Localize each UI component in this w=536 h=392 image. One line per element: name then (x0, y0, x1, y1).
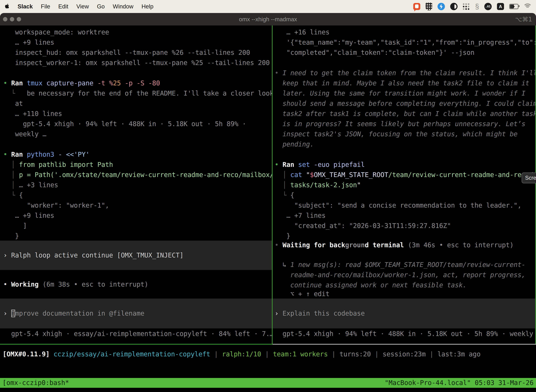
terminal-row: inspect_hud: omx sparkshell --tmux-pane … (3, 48, 272, 58)
window-shortcut-hint: ⌥⌘1 (515, 13, 532, 25)
left-terminal-pane[interactable]: workspace_mode: worktree … +9 lines insp… (0, 25, 272, 344)
pane-divider[interactable] (272, 25, 273, 345)
right-session-status: gpt-5.4 xhigh · 94% left · 488K in · 5.1… (275, 329, 536, 339)
terminal-row: … +16 lines (275, 27, 536, 37)
dots-grid-icon[interactable] (463, 3, 470, 10)
omx-status-line: [OMX#0.11.9] cczip/essay/ai-reimplementa… (3, 349, 536, 359)
terminal-row: ] (3, 221, 272, 231)
wifi-icon[interactable] (524, 4, 531, 9)
terminal-row: │ p = Path('.omx/state/team/review-curre… (3, 170, 272, 180)
terminal-row: } (3, 231, 272, 241)
terminal-row: ⌥ + ↑ edit (275, 289, 330, 299)
terminal-content: workspace_mode: worktree … +9 lines insp… (0, 25, 536, 392)
terminal-row: is in progress? It seems likely but perh… (275, 119, 536, 129)
left-pane-output: workspace_mode: worktree … +9 lines insp… (3, 27, 272, 241)
terminal-row: inspect task2's JSON, focusing on the st… (275, 129, 536, 139)
battery-icon[interactable] (509, 4, 518, 9)
right-edge-border (535, 25, 536, 345)
terminal-row (275, 149, 536, 160)
terminal-row: "completed","claim_token":"claim-token"}… (275, 48, 536, 58)
left-prompt-input[interactable]: › Improve documentation in @filename (0, 299, 272, 328)
window-title: omx --xhigh --madmax (0, 13, 536, 25)
edit-keyboard-hint: ⌥ + ↑ edit (275, 289, 330, 299)
terminal-row: should send a message before completing … (275, 98, 536, 109)
crescent-app-icon[interactable] (450, 3, 458, 10)
terminal-row: │ … +3 lines (3, 180, 272, 190)
waiting-status-line: • Waiting for background terminal (3m 46… (275, 240, 514, 250)
menu-item-go[interactable]: Go (97, 3, 105, 10)
terminal-row: at (3, 98, 272, 109)
right-terminal-pane[interactable]: … +16 lines '{"team_name":"my-team","tas… (273, 25, 536, 344)
tmux-host-clock: "MacBook-Pro-44.local" 05:03 31-Mar-26 (385, 378, 534, 388)
terminal-row: • Waiting for background terminal (3m 46… (275, 240, 514, 250)
terminal-row: workspace_mode: worktree (3, 27, 272, 37)
right-pane-output: … +16 lines '{"team_name":"my-team","tas… (275, 27, 536, 241)
terminal-row: └ { (275, 190, 536, 201)
terminal-row: │ cat "$OMX_TEAM_STATE_ROOT/team/review-… (275, 170, 536, 180)
terminal-row: } (275, 231, 536, 241)
squiggle-icon[interactable]: § (475, 3, 479, 10)
menu-item-view[interactable]: View (76, 3, 89, 10)
terminal-row: … +9 lines (3, 37, 272, 48)
menu-item-file[interactable]: File (41, 3, 50, 10)
input-source-icon[interactable]: A (497, 3, 504, 10)
shield-grid-icon[interactable] (426, 3, 432, 10)
terminal-row: "subject": "send a concise recommendatio… (275, 201, 536, 210)
terminal-row: ↳ 1 new msg(s): read $OMX_TEAM_STATE_ROO… (275, 260, 526, 270)
terminal-row: • Working (6m 38s • esc to interrupt) (3, 280, 148, 289)
tmux-status-bar: [omx-cczip0:bash* "MacBook-Pro-44.local"… (0, 378, 536, 388)
terminal-row: … +110 lines (3, 109, 272, 119)
terminal-row: └ { (3, 190, 272, 201)
terminal-row (275, 58, 536, 68)
terminal-row: • Ran tmux capture-pane -t %25 -p -S -80 (3, 78, 272, 88)
right-pane-bottom-border (273, 344, 536, 345)
terminal-row: '{"team_name":"my-team","task_id":"1","f… (275, 37, 536, 48)
terminal-row (3, 68, 272, 78)
terminal-row (3, 139, 272, 149)
blue-bolt-icon[interactable] (438, 3, 445, 10)
tmux-session-window[interactable]: [omx-cczip0:bash* (2, 378, 69, 388)
terminal-row: gpt-5.4 xhigh · 94% left · 488K in · 5.1… (275, 329, 536, 339)
terminal-row: • Ran set -euo pipefail (275, 160, 536, 170)
left-session-status: gpt-5.4 xhigh · essay/ai-reimplementatio… (3, 329, 272, 339)
menu-item-window[interactable]: Window (113, 3, 133, 10)
terminal-row: │ tasks/task-2.json" (275, 180, 536, 190)
terminal-row: pending. (275, 139, 536, 149)
mailbox-notification: ↳ 1 new msg(s): read $OMX_TEAM_STATE_ROO… (275, 260, 526, 290)
apple-menu-icon[interactable] (5, 4, 10, 9)
screenshot-tooltip: Scre (522, 173, 536, 183)
menu-item-help[interactable]: Help (142, 3, 153, 10)
left-pane-bottom-border (0, 344, 272, 345)
inject-status-box: › Ralph loop active continue [OMX_TMUX_I… (0, 241, 272, 270)
terminal-row: task2 after task1 is complete, but can I… (275, 109, 536, 119)
terminal-row: "worker": "worker-1", (3, 201, 272, 210)
terminal-row: … +7 lines (275, 210, 536, 221)
terminal-row: readme-and-reco/mailbox/worker-1.json, a… (275, 270, 526, 280)
terminal-row: inspect_worker-1: omx sparkshell --tmux-… (3, 58, 272, 68)
menu-item-edit[interactable]: Edit (58, 3, 68, 10)
window-title-bar: omx --xhigh --madmax ⌥⌘1 (0, 13, 536, 25)
terminal-row: └ be necessary for the end of the README… (3, 88, 272, 98)
terminal-row: • Ran python3 - <<'PY' (3, 149, 272, 160)
terminal-row: later. Using the same for transition mig… (275, 88, 536, 98)
terminal-row: keep that in mind. Maybe I also need the… (275, 78, 536, 88)
working-status-line: • Working (6m 38s • esc to interrupt) (3, 280, 148, 289)
terminal-row: gpt-5.4 xhigh · essay/ai-reimplementatio… (3, 329, 272, 339)
terminal-row: weekly … (3, 129, 272, 139)
terminal-row: │ from pathlib import Path (3, 160, 272, 170)
terminal-row: • I need to get the claim token from the… (275, 68, 536, 78)
count-badge-icon[interactable]: ..61 (484, 3, 492, 10)
right-prompt-input[interactable]: › Explain this codebase (273, 299, 536, 328)
terminal-row: "created_at": "2026-03-31T11:59:27.816Z" (275, 221, 536, 231)
terminal-row: … +9 lines (3, 210, 272, 221)
chat-app-icon[interactable] (413, 3, 420, 10)
terminal-row: gpt-5.4 xhigh · 94% left · 488K in · 5.1… (3, 119, 272, 129)
menu-app-name[interactable]: Slack (18, 3, 33, 10)
